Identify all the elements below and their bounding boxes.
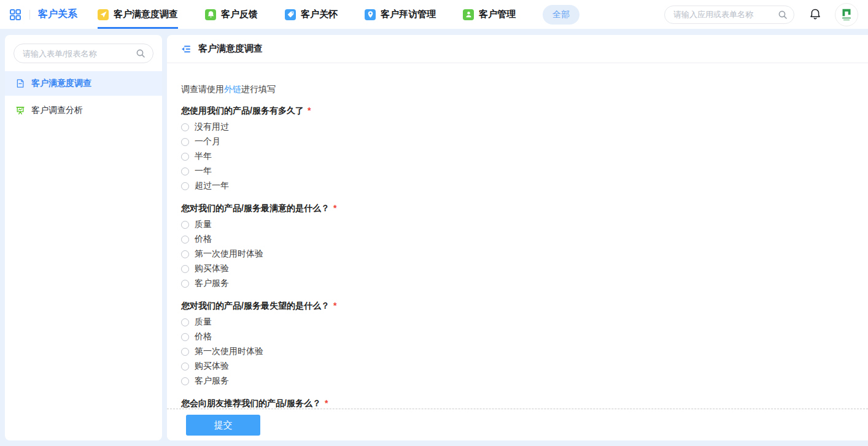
radio-option[interactable]: 一年 — [181, 164, 868, 179]
radio-option[interactable]: 价格 — [181, 329, 868, 344]
notification-bell-icon[interactable] — [809, 8, 821, 21]
option-label: 第一次使用时体验 — [195, 248, 263, 260]
radio-icon[interactable] — [181, 333, 189, 341]
option-label: 一个月 — [195, 136, 220, 147]
form-icon — [15, 79, 25, 88]
question-title: 您使用我们的产品/服务有多久了* — [181, 104, 868, 117]
report-icon — [15, 106, 25, 115]
app-search-box[interactable] — [664, 6, 794, 24]
intro-prefix: 调查请使用 — [181, 84, 224, 94]
radio-option[interactable]: 客户服务 — [181, 276, 868, 291]
tab-customer-care[interactable]: 客户关怀 — [285, 0, 338, 29]
topbar: 客户关系 客户满意度调查客户反馈客户关怀客户拜访管理客户管理 全部 — [0, 0, 868, 29]
question-list: 您使用我们的产品/服务有多久了*没有用过一个月半年一年超过一年您对我们的产品/服… — [181, 104, 868, 409]
radio-icon[interactable] — [181, 363, 189, 371]
tab-label: 客户关怀 — [301, 9, 338, 20]
option-label: 价格 — [195, 331, 212, 342]
option-label: 半年 — [195, 151, 212, 162]
radio-icon[interactable] — [181, 318, 189, 326]
form-search-input[interactable] — [23, 49, 136, 58]
location-icon — [365, 9, 376, 20]
topbar-divider — [29, 10, 30, 20]
radio-icon[interactable] — [181, 221, 189, 229]
intro-suffix: 进行填写 — [241, 84, 276, 94]
radio-option[interactable]: 购买体验 — [181, 359, 868, 374]
app-window: 客户关系 客户满意度调查客户反馈客户关怀客户拜访管理客户管理 全部 客户满意度调… — [0, 0, 868, 446]
option-label: 超过一年 — [195, 180, 229, 191]
form-content: 调查请使用外链进行填写 您使用我们的产品/服务有多久了*没有用过一个月半年一年超… — [167, 63, 868, 409]
radio-icon[interactable] — [181, 138, 189, 146]
option-label: 一年 — [195, 166, 212, 177]
tab-satisfaction-survey[interactable]: 客户满意度调查 — [98, 0, 178, 29]
intro-text: 调查请使用外链进行填写 — [181, 83, 868, 96]
sidebar-item-label: 客户调查分析 — [31, 105, 83, 116]
send-icon — [98, 9, 109, 20]
collapse-sidebar-icon[interactable] — [180, 44, 192, 55]
option-label: 客户服务 — [195, 278, 229, 289]
option-label: 第一次使用时体验 — [195, 346, 263, 357]
workspace-title[interactable]: 客户关系 — [38, 8, 77, 21]
radio-icon[interactable] — [181, 280, 189, 288]
question-1: 您使用我们的产品/服务有多久了*没有用过一个月半年一年超过一年 — [181, 104, 868, 193]
question-2: 您对我们的产品/服务最满意的是什么？*质量价格第一次使用时体验购买体验客户服务 — [181, 202, 868, 291]
radio-icon[interactable] — [181, 123, 189, 131]
required-mark: * — [308, 106, 311, 115]
question-title-text: 您会向朋友推荐我们的产品/服务么？ — [181, 398, 321, 408]
question-4: 您会向朋友推荐我们的产品/服务么？* — [181, 397, 868, 409]
radio-icon[interactable] — [181, 250, 189, 258]
option-label: 客户服务 — [195, 375, 229, 386]
all-apps-pill[interactable]: 全部 — [543, 5, 579, 25]
question-title: 您对我们的产品/服务最失望的是什么？* — [181, 299, 868, 312]
sidebar-item-label: 客户满意度调查 — [31, 78, 91, 89]
sidebar-item-satisfaction-survey-form[interactable]: 客户满意度调查 — [5, 71, 162, 96]
radio-option[interactable]: 半年 — [181, 149, 868, 164]
radio-option[interactable]: 第一次使用时体验 — [181, 344, 868, 359]
sidebar-item-survey-analysis[interactable]: 客户调查分析 — [5, 98, 162, 123]
page-title: 客户满意度调查 — [198, 43, 263, 55]
radio-icon[interactable] — [181, 236, 189, 244]
option-list: 没有用过一个月半年一年超过一年 — [181, 120, 868, 193]
tab-label: 客户满意度调查 — [114, 9, 178, 20]
option-list: 质量价格第一次使用时体验购买体验客户服务 — [181, 315, 868, 388]
radio-icon[interactable] — [181, 348, 189, 356]
radio-option[interactable]: 质量 — [181, 217, 868, 232]
option-list: 质量价格第一次使用时体验购买体验客户服务 — [181, 217, 868, 291]
question-title: 您会向朋友推荐我们的产品/服务么？* — [181, 397, 868, 409]
radio-icon[interactable] — [181, 265, 189, 273]
tab-customer-management[interactable]: 客户管理 — [463, 0, 516, 29]
radio-option[interactable]: 没有用过 — [181, 120, 868, 134]
search-icon[interactable] — [136, 48, 145, 58]
question-title-text: 您使用我们的产品/服务有多久了 — [181, 106, 304, 115]
question-title: 您对我们的产品/服务最满意的是什么？* — [181, 202, 868, 215]
submit-button[interactable]: 提交 — [186, 415, 260, 436]
radio-icon[interactable] — [181, 182, 189, 190]
tab-label: 客户反馈 — [221, 9, 258, 20]
radio-option[interactable]: 超过一年 — [181, 179, 868, 193]
radio-option[interactable]: 价格 — [181, 232, 868, 247]
radio-icon[interactable] — [181, 377, 189, 385]
radio-option[interactable]: 客户服务 — [181, 374, 868, 388]
radio-icon[interactable] — [181, 167, 189, 175]
tab-customer-feedback[interactable]: 客户反馈 — [205, 0, 258, 29]
radio-icon[interactable] — [181, 153, 189, 161]
radio-option[interactable]: 第一次使用时体验 — [181, 247, 868, 261]
form-search-box[interactable] — [14, 44, 153, 63]
radio-option[interactable]: 质量 — [181, 315, 868, 329]
app-search-input[interactable] — [673, 10, 778, 19]
search-icon[interactable] — [778, 10, 788, 20]
avatar[interactable] — [835, 3, 858, 26]
main-panel: 客户满意度调查 调查请使用外链进行填写 您使用我们的产品/服务有多久了*没有用过… — [167, 35, 868, 440]
required-mark: * — [333, 203, 336, 213]
radio-option[interactable]: 一个月 — [181, 134, 868, 149]
external-link[interactable]: 外链 — [224, 84, 241, 94]
tab-visit-management[interactable]: 客户拜访管理 — [365, 0, 436, 29]
app-launcher-icon[interactable] — [9, 8, 22, 21]
option-label: 购买体验 — [195, 263, 229, 274]
option-label: 没有用过 — [195, 121, 229, 133]
radio-option[interactable]: 购买体验 — [181, 261, 868, 276]
user-icon — [463, 9, 474, 20]
question-3: 您对我们的产品/服务最失望的是什么？*质量价格第一次使用时体验购买体验客户服务 — [181, 299, 868, 388]
required-mark: * — [333, 301, 336, 310]
panel-header: 客户满意度调查 — [167, 35, 868, 63]
form-footer: 提交 — [167, 409, 868, 440]
